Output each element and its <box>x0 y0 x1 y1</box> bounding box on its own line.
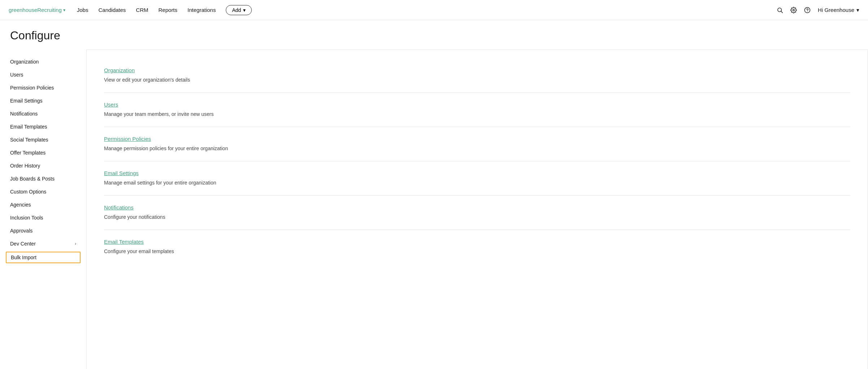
content-area: Organization View or edit your organizat… <box>87 49 868 369</box>
sidebar-item-job-boards-posts[interactable]: Job Boards & Posts <box>0 172 86 185</box>
sidebar-item-bulk-import-label: Bulk Import <box>11 255 36 260</box>
sidebar-item-approvals-label: Approvals <box>10 228 33 234</box>
sidebar-item-order-history[interactable]: Order History <box>0 159 86 172</box>
permission-policies-link[interactable]: Permission Policies <box>104 136 151 142</box>
settings-button[interactable] <box>790 7 797 13</box>
content-section-email-templates: Email Templates Configure your email tem… <box>104 230 850 264</box>
content-section-users: Users Manage your team members, or invit… <box>104 93 850 127</box>
user-menu[interactable]: Hi Greenhouse ▾ <box>818 7 859 13</box>
search-button[interactable] <box>777 7 783 13</box>
email-settings-link[interactable]: Email Settings <box>104 170 139 176</box>
email-templates-link[interactable]: Email Templates <box>104 239 144 245</box>
users-description: Manage your team members, or invite new … <box>104 110 850 118</box>
search-icon <box>777 7 783 13</box>
main-layout: Organization Users Permission Policies E… <box>0 49 868 369</box>
sidebar-item-job-boards-posts-label: Job Boards & Posts <box>10 176 55 182</box>
sidebar-item-offer-templates-label: Offer Templates <box>10 150 46 156</box>
nav-links: Jobs Candidates CRM Reports Integrations… <box>77 5 777 15</box>
sidebar-item-dev-center-label: Dev Center <box>10 241 36 247</box>
add-button-arrow: ▾ <box>243 7 246 13</box>
users-link[interactable]: Users <box>104 101 118 108</box>
sidebar-item-email-settings[interactable]: Email Settings <box>0 94 86 107</box>
sidebar-item-email-templates-label: Email Templates <box>10 124 47 130</box>
sidebar-item-email-templates[interactable]: Email Templates <box>0 120 86 133</box>
sidebar-item-agencies-label: Agencies <box>10 202 31 208</box>
sidebar-item-dev-center[interactable]: Dev Center › <box>0 237 86 250</box>
sidebar-item-email-settings-label: Email Settings <box>10 98 42 104</box>
nav-crm[interactable]: CRM <box>136 7 148 13</box>
sidebar-item-users-label: Users <box>10 72 23 78</box>
sidebar-item-social-templates-label: Social Templates <box>10 137 48 143</box>
sidebar-item-social-templates[interactable]: Social Templates <box>0 133 86 146</box>
logo-greenhouse: greenhouse <box>9 7 37 13</box>
content-section-organization: Organization View or edit your organizat… <box>104 58 850 93</box>
sidebar-item-offer-templates[interactable]: Offer Templates <box>0 146 86 159</box>
sidebar-item-agencies[interactable]: Agencies <box>0 198 86 211</box>
page-container: Configure Organization Users Permission … <box>0 20 868 369</box>
sidebar-item-permission-policies-label: Permission Policies <box>10 85 54 91</box>
page-title: Configure <box>0 20 868 49</box>
sidebar-item-inclusion-tools-label: Inclusion Tools <box>10 215 43 221</box>
email-templates-description: Configure your email templates <box>104 248 850 255</box>
sidebar-item-users[interactable]: Users <box>0 68 86 81</box>
content-section-email-settings: Email Settings Manage email settings for… <box>104 161 850 196</box>
permission-policies-description: Manage permission policies for your enti… <box>104 145 850 152</box>
organization-link[interactable]: Organization <box>104 67 135 73</box>
add-button[interactable]: Add ▾ <box>226 5 252 15</box>
nav-jobs[interactable]: Jobs <box>77 7 88 13</box>
organization-description: View or edit your organization's details <box>104 76 850 84</box>
help-button[interactable] <box>804 7 811 13</box>
content-section-permission-policies: Permission Policies Manage permission po… <box>104 127 850 161</box>
sidebar-item-custom-options[interactable]: Custom Options <box>0 185 86 198</box>
svg-line-1 <box>781 11 782 13</box>
logo-text: greenhouseRecruiting <box>9 7 62 13</box>
nav-candidates[interactable]: Candidates <box>98 7 126 13</box>
sidebar-item-permission-policies[interactable]: Permission Policies <box>0 81 86 94</box>
sidebar: Organization Users Permission Policies E… <box>0 49 87 369</box>
sidebar-item-organization[interactable]: Organization <box>0 55 86 68</box>
sidebar-item-organization-label: Organization <box>10 59 39 65</box>
nav-icons-group: Hi Greenhouse ▾ <box>777 7 859 13</box>
logo-dropdown-arrow: ▾ <box>63 8 65 13</box>
notifications-description: Configure your notifications <box>104 213 850 221</box>
sidebar-item-approvals[interactable]: Approvals <box>0 224 86 237</box>
sidebar-item-bulk-import[interactable]: Bulk Import <box>6 252 81 263</box>
sidebar-item-notifications[interactable]: Notifications <box>0 107 86 120</box>
user-menu-arrow: ▾ <box>856 7 859 13</box>
svg-point-2 <box>793 9 795 11</box>
user-greeting: Hi Greenhouse <box>818 7 854 13</box>
help-icon <box>804 7 811 13</box>
sidebar-item-notifications-label: Notifications <box>10 111 38 117</box>
notifications-link[interactable]: Notifications <box>104 204 134 210</box>
nav-integrations[interactable]: Integrations <box>187 7 216 13</box>
sidebar-item-custom-options-label: Custom Options <box>10 189 46 195</box>
add-button-label: Add <box>232 7 241 13</box>
dev-center-chevron-icon: › <box>75 241 76 246</box>
content-section-notifications: Notifications Configure your notificatio… <box>104 196 850 230</box>
sidebar-item-inclusion-tools[interactable]: Inclusion Tools <box>0 211 86 224</box>
gear-icon <box>790 7 797 13</box>
logo[interactable]: greenhouseRecruiting ▾ <box>9 7 65 13</box>
logo-recruiting: Recruiting <box>37 7 62 13</box>
sidebar-item-order-history-label: Order History <box>10 163 40 169</box>
top-navigation: greenhouseRecruiting ▾ Jobs Candidates C… <box>0 0 868 20</box>
nav-reports[interactable]: Reports <box>159 7 178 13</box>
email-settings-description: Manage email settings for your entire or… <box>104 179 850 187</box>
